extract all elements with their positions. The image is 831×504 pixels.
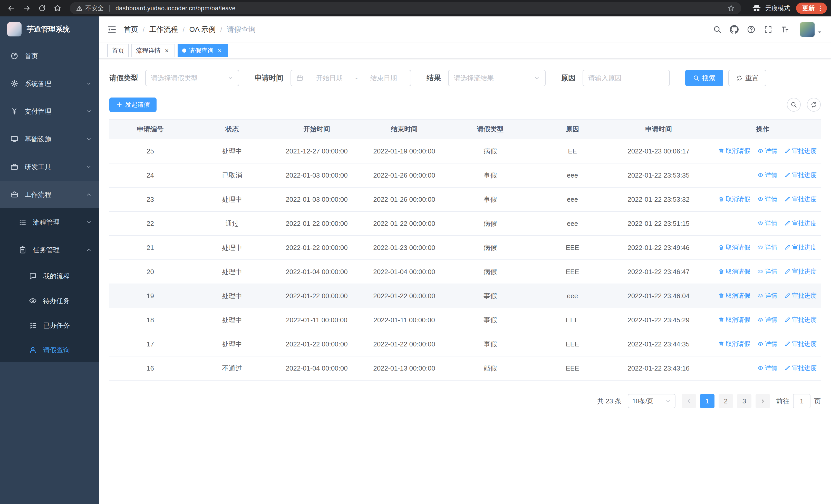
security-chip[interactable]: 不安全 bbox=[76, 4, 104, 12]
sidebar-item-payment-management[interactable]: 支付管理 bbox=[0, 97, 99, 125]
apply-time-range-picker[interactable]: 开始日期 - 结束日期 bbox=[290, 70, 411, 86]
user-avatar-menu[interactable] bbox=[800, 22, 823, 37]
calendar-icon bbox=[296, 75, 303, 82]
sidebar-item-dev-tools[interactable]: 研发工具 bbox=[0, 153, 99, 181]
sidebar-item-process-management[interactable]: 流程管理 bbox=[0, 208, 99, 236]
update-button[interactable]: 更新 bbox=[796, 3, 827, 14]
page-number-button[interactable]: 3 bbox=[737, 394, 751, 408]
home-icon[interactable] bbox=[50, 1, 65, 16]
table-column-header: 申请时间 bbox=[612, 120, 705, 139]
help-icon[interactable] bbox=[747, 25, 755, 34]
table-column-header: 状态 bbox=[191, 120, 273, 139]
chevron-up-icon bbox=[86, 247, 92, 253]
approval-progress-link[interactable]: 审批进度 bbox=[784, 195, 816, 203]
sidebar-item-home[interactable]: 首页 bbox=[0, 42, 99, 70]
cancel-leave-link[interactable]: 取消请假 bbox=[718, 316, 750, 324]
close-icon[interactable]: × bbox=[216, 47, 223, 54]
cancel-leave-link[interactable]: 取消请假 bbox=[718, 243, 750, 251]
detail-link[interactable]: 详情 bbox=[757, 316, 777, 324]
detail-link[interactable]: 详情 bbox=[757, 340, 777, 348]
refresh-table-icon[interactable] bbox=[807, 98, 821, 112]
chevron-down-icon bbox=[534, 75, 540, 81]
detail-link[interactable]: 详情 bbox=[757, 219, 777, 227]
approval-progress-link[interactable]: 审批进度 bbox=[784, 219, 816, 227]
breadcrumb-item[interactable]: 首页 bbox=[124, 25, 149, 34]
breadcrumb-item[interactable]: 请假查询 bbox=[227, 25, 256, 34]
font-size-icon[interactable] bbox=[781, 25, 790, 34]
sidebar-fold-icon[interactable] bbox=[107, 25, 116, 34]
sidebar-item-task-management[interactable]: 任务管理 bbox=[0, 236, 99, 264]
page-size-select[interactable]: 10条/页 bbox=[628, 394, 676, 408]
approval-progress-link[interactable]: 审批进度 bbox=[784, 340, 816, 348]
app-logo[interactable]: 芋道管理系统 bbox=[0, 17, 99, 42]
tab[interactable]: 首页 bbox=[107, 44, 129, 57]
yen-icon bbox=[10, 107, 19, 116]
breadcrumb-item[interactable]: OA 示例 bbox=[190, 25, 227, 34]
trash-icon bbox=[718, 148, 724, 154]
reset-button[interactable]: 重置 bbox=[728, 70, 766, 86]
back-icon[interactable] bbox=[4, 1, 19, 16]
approval-progress-link[interactable]: 审批进度 bbox=[784, 316, 816, 324]
cancel-leave-link[interactable]: 取消请假 bbox=[718, 195, 750, 203]
detail-link[interactable]: 详情 bbox=[757, 364, 777, 372]
cell-leave-type: 事假 bbox=[448, 332, 533, 356]
toggle-search-icon[interactable] bbox=[787, 98, 801, 112]
approval-progress-link[interactable]: 审批进度 bbox=[784, 364, 816, 372]
next-page-button[interactable] bbox=[755, 394, 770, 408]
tab[interactable]: 流程详情 × bbox=[132, 44, 175, 57]
reload-icon[interactable] bbox=[35, 1, 49, 16]
breadcrumb-item[interactable]: 工作流程 bbox=[149, 25, 190, 34]
bookmark-star-icon[interactable] bbox=[727, 4, 735, 12]
chevron-down-icon bbox=[86, 219, 92, 225]
detail-link[interactable]: 详情 bbox=[757, 195, 777, 203]
sidebar-item-system-management[interactable]: 系统管理 bbox=[0, 70, 99, 97]
cell-apply-id: 20 bbox=[109, 260, 191, 284]
approval-progress-link[interactable]: 审批进度 bbox=[784, 147, 816, 155]
app-body: 芋道管理系统 首页 系统管理 支付管理 bbox=[0, 17, 831, 504]
create-leave-label: 发起请假 bbox=[125, 100, 150, 109]
cancel-leave-link[interactable]: 取消请假 bbox=[718, 267, 750, 276]
cancel-leave-link[interactable]: 取消请假 bbox=[718, 147, 750, 155]
approval-progress-link[interactable]: 审批进度 bbox=[784, 243, 816, 251]
search-button[interactable]: 搜索 bbox=[685, 70, 723, 86]
sidebar-item-leave-query[interactable]: 请假查询 bbox=[0, 338, 99, 362]
page-number-button[interactable]: 2 bbox=[719, 394, 733, 408]
close-icon[interactable]: × bbox=[163, 47, 170, 54]
approval-progress-link[interactable]: 审批进度 bbox=[784, 292, 816, 300]
cell-reason: eee bbox=[533, 211, 612, 236]
forward-icon[interactable] bbox=[20, 1, 34, 16]
sidebar-item-todo-tasks[interactable]: 待办任务 bbox=[0, 289, 99, 313]
cancel-leave-link[interactable]: 取消请假 bbox=[718, 340, 750, 348]
page-number-button[interactable]: 1 bbox=[700, 394, 715, 408]
fullscreen-icon[interactable] bbox=[764, 25, 773, 34]
table-column-header: 操作 bbox=[705, 120, 821, 139]
detail-link[interactable]: 详情 bbox=[757, 147, 777, 155]
sidebar-item-infrastructure[interactable]: 基础设施 bbox=[0, 125, 99, 153]
reason-input[interactable] bbox=[582, 70, 670, 86]
cancel-leave-link[interactable]: 取消请假 bbox=[718, 292, 750, 300]
github-icon[interactable] bbox=[730, 25, 739, 34]
sidebar-item-my-process[interactable]: 我的流程 bbox=[0, 264, 99, 289]
search-icon[interactable] bbox=[713, 25, 722, 34]
sidebar-item-workflow[interactable]: 工作流程 bbox=[0, 181, 99, 208]
sidebar-item-done-tasks[interactable]: 已办任务 bbox=[0, 313, 99, 338]
goto-page-input[interactable] bbox=[793, 394, 810, 408]
detail-link[interactable]: 详情 bbox=[757, 243, 777, 251]
approval-progress-link[interactable]: 审批进度 bbox=[784, 267, 816, 276]
approval-progress-link[interactable]: 审批进度 bbox=[784, 171, 816, 179]
browser-menu-kebab-icon[interactable] bbox=[816, 5, 824, 12]
prev-page-button[interactable] bbox=[682, 394, 696, 408]
cell-apply-id: 18 bbox=[109, 308, 191, 332]
create-leave-button[interactable]: 发起请假 bbox=[109, 97, 156, 112]
detail-link[interactable]: 详情 bbox=[757, 292, 777, 300]
address-bar[interactable]: 不安全 dashboard.yudao.iocoder.cn/bpm/oa/le… bbox=[70, 2, 741, 14]
table-row: 24 已取消 2022-01-03 00:00:00 2022-01-26 00… bbox=[109, 163, 821, 187]
leave-type-select[interactable]: 请选择请假类型 bbox=[145, 70, 239, 86]
cell-start-time: 2022-01-04 00:00:00 bbox=[273, 260, 361, 284]
sidebar-item-label: 任务管理 bbox=[33, 245, 80, 255]
detail-link[interactable]: 详情 bbox=[757, 171, 777, 179]
cell-status: 处理中 bbox=[191, 332, 273, 356]
detail-link[interactable]: 详情 bbox=[757, 267, 777, 276]
result-select[interactable]: 请选择流结果 bbox=[448, 70, 546, 86]
tab[interactable]: 请假查询 × bbox=[178, 44, 228, 57]
